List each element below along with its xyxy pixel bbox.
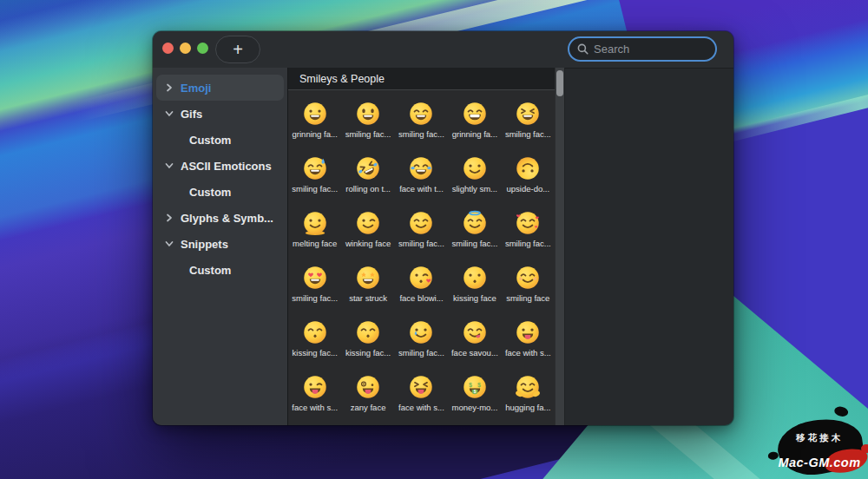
emoji-label: smiling fac... [505, 239, 551, 248]
emoji-icon [408, 374, 434, 400]
sidebar-item-label: Glyphs & Symb... [181, 212, 273, 225]
emoji-icon [462, 319, 488, 345]
emoji-icon [408, 155, 434, 181]
emoji-cell-17[interactable]: star struck [341, 257, 394, 312]
emoji-cell-13[interactable]: smiling fac... [395, 202, 448, 257]
sidebar-item-custom[interactable]: Custom [156, 127, 284, 153]
svg-text:$: $ [477, 382, 481, 389]
search-input[interactable] [594, 43, 707, 56]
emoji-label: face blowi... [399, 293, 443, 303]
sidebar-item-label: Custom [189, 134, 231, 147]
emoji-cell-25[interactable]: face with s... [502, 312, 555, 366]
emoji-icon [408, 265, 434, 291]
emoji-cell-4[interactable]: grinning fa... [448, 93, 501, 148]
section-title: Smileys & People [299, 73, 385, 85]
watermark-text-site: Mac-GM.com [771, 456, 868, 469]
emoji-label: grinning fa... [293, 129, 338, 139]
emoji-label: kissing face [453, 293, 496, 303]
emoji-cell-22[interactable]: kissing fac... [341, 312, 394, 366]
emoji-label: slightly sm... [452, 184, 497, 194]
emoji-cell-19[interactable]: kissing face [448, 257, 501, 312]
emoji-cell-6[interactable]: smiling fac... [288, 148, 341, 202]
emoji-cell-26[interactable]: face with s... [288, 366, 341, 421]
sidebar-item-gifs[interactable]: Gifs [156, 101, 284, 127]
sidebar-item-label: ASCII Emoticons [181, 160, 272, 173]
emoji-icon [302, 155, 328, 181]
chevron-icon [163, 213, 175, 222]
sidebar-item-label: Snippets [181, 238, 228, 251]
scrollbar-thumb[interactable] [556, 70, 563, 96]
emoji-cell-3[interactable]: smiling fac... [395, 93, 448, 148]
zoom-button[interactable] [197, 43, 208, 54]
emoji-label: upside-do... [506, 184, 549, 194]
sidebar-item-emoji[interactable]: Emoji [156, 75, 284, 101]
minimize-button[interactable] [180, 43, 191, 54]
emoji-cell-8[interactable]: face with t... [395, 148, 448, 202]
emoji-label: smiling fac... [292, 293, 338, 303]
sidebar-item-custom[interactable]: Custom [156, 179, 284, 205]
emoji-label: smiling face [506, 293, 549, 303]
traffic-lights [162, 43, 208, 54]
emoji-label: winking face [345, 239, 391, 248]
emoji-label: smiling fac... [398, 129, 444, 139]
sidebar-item-snippets[interactable]: Snippets [156, 231, 284, 257]
emoji-icon [302, 265, 328, 291]
scrollbar-track[interactable] [555, 68, 564, 425]
section-header: Smileys & People [288, 68, 555, 90]
emoji-icon [408, 210, 434, 236]
emoji-cell-12[interactable]: winking face [341, 202, 394, 257]
emoji-icon [515, 210, 541, 236]
emoji-cell-5[interactable]: smiling fac... [502, 93, 555, 148]
chevron-icon [163, 83, 175, 92]
new-tab-button[interactable]: + [215, 36, 260, 63]
plus-icon: + [233, 41, 243, 58]
sidebar-item-ascii-emoticons[interactable]: ASCII Emoticons [156, 153, 284, 179]
emoji-icon [462, 210, 488, 236]
emoji-label: face with t... [399, 184, 444, 194]
sidebar-item-glyphs-symb[interactable]: Glyphs & Symb... [156, 205, 284, 231]
search-icon [577, 43, 589, 55]
emoji-icon [462, 101, 488, 127]
emoji-label: rolling on t... [345, 184, 391, 194]
close-button[interactable] [162, 43, 174, 54]
emoji-cell-16[interactable]: smiling fac... [288, 257, 341, 312]
emoji-label: grinning fa... [452, 129, 497, 139]
emoji-cell-27[interactable]: zany face [341, 366, 394, 421]
emoji-icon [302, 210, 328, 236]
emoji-cell-20[interactable]: smiling face [502, 257, 555, 312]
ink-dot [798, 423, 806, 430]
sidebar-item-custom[interactable]: Custom [156, 257, 284, 283]
emoji-label: face with s... [505, 348, 551, 358]
emoji-cell-28[interactable]: face with s... [395, 366, 448, 421]
emoji-icon [515, 265, 541, 291]
watermark-text-cn: 移花接木 [771, 432, 868, 444]
emoji-cell-24[interactable]: face savou... [448, 312, 501, 366]
emoji-cell-7[interactable]: rolling on t... [341, 148, 394, 202]
emoji-cell-15[interactable]: smiling fac... [502, 202, 555, 257]
emoji-cell-14[interactable]: smiling fac... [448, 202, 501, 257]
emoji-cell-10[interactable]: upside-do... [502, 148, 555, 202]
svg-text:$: $ [469, 382, 472, 389]
emoji-icon [462, 265, 488, 291]
emoji-cell-21[interactable]: kissing fac... [288, 312, 341, 366]
emoji-cell-9[interactable]: slightly sm... [448, 148, 501, 202]
emoji-icon [355, 155, 381, 181]
emoji-icon [355, 101, 381, 127]
sidebar-item-label: Custom [189, 186, 231, 199]
search-field[interactable] [568, 36, 717, 62]
emoji-icon [355, 374, 381, 400]
emoji-cell-18[interactable]: face blowi... [395, 257, 448, 312]
emoji-cell-23[interactable]: smiling fac... [395, 312, 448, 366]
emoji-label: smiling fac... [345, 129, 391, 139]
emoji-cell-30[interactable]: hugging fa... [502, 366, 555, 421]
emoji-icon [515, 374, 541, 400]
emoji-icon [515, 101, 541, 127]
chevron-icon [163, 240, 175, 248]
emoji-panel: Smileys & People grinning fa... smiling … [287, 68, 565, 425]
emoji-label: star struck [349, 293, 387, 303]
emoji-cell-2[interactable]: smiling fac... [341, 93, 394, 148]
emoji-cell-1[interactable]: grinning fa... [288, 93, 341, 148]
sidebar-item-label: Custom [189, 264, 231, 277]
emoji-cell-11[interactable]: melting face [288, 202, 341, 257]
emoji-cell-29[interactable]: $$$ money-mo... [448, 366, 501, 421]
